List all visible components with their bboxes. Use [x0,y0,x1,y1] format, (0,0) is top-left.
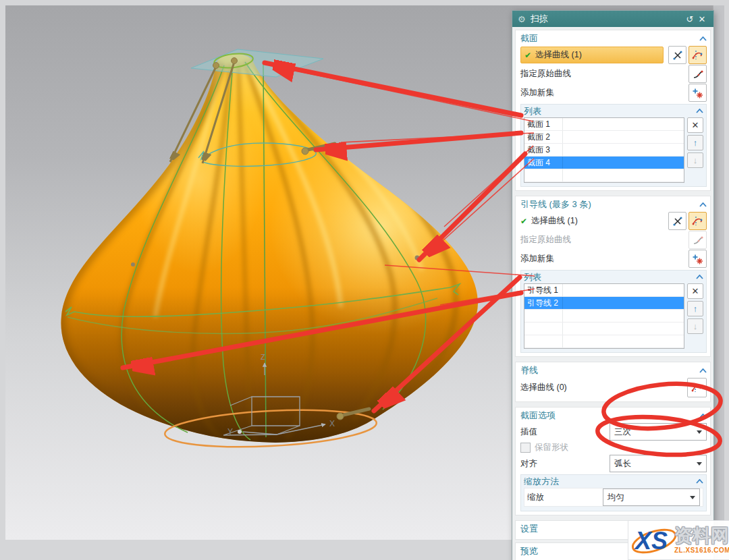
dropdown-caret-icon [697,430,702,434]
preserve-shape-checkbox[interactable] [520,443,531,453]
watermark-site-name: 资料网 [674,527,729,545]
scale-method-group: 缩放方法 缩放 均匀 [520,474,707,511]
curve-rule-button[interactable] [688,46,707,64]
list-item[interactable]: 截面 3 [524,144,684,157]
section-list: 截面 1 截面 2 截面 3 截面 4 [524,117,684,183]
list-item-empty[interactable] [524,323,684,335]
check-icon: ✔ [520,217,527,226]
section-add-new-set-label: 添加新集 [520,87,686,99]
chevron-up-icon [699,202,707,207]
section-list-header[interactable]: 列表 [524,105,703,117]
scale-method-header[interactable]: 缩放方法 [524,476,703,487]
list-item[interactable]: 引导线 1 [524,284,684,297]
specify-origin-curve-button [688,231,707,249]
deselect-curves-button[interactable] [668,212,686,230]
svg-text:XS: XS [634,527,668,555]
x-axis-label: X [329,419,335,428]
list-item-empty[interactable] [524,335,684,348]
section-options-header[interactable]: 截面选项 [520,409,707,422]
dialog-titlebar[interactable]: ⚙ 扫掠 ↺ ✕ [512,11,713,27]
watermark: XS 资料网 ZL.XS1616.COM [628,520,729,560]
guides-add-new-set-label: 添加新集 [520,253,686,264]
watermark-logo: XS [630,522,678,559]
section-panel: 截面 ✔ 选择曲线 (1) 指定原始曲线 [515,30,711,191]
dialog-title: 扫掠 [531,13,684,25]
close-button[interactable]: ✕ [696,14,708,24]
y-axis-label: Y [227,427,233,437]
watermark-url: ZL.XS1616.COM [674,547,729,554]
chevron-up-icon [699,414,707,418]
add-new-set-button[interactable] [688,84,707,102]
spine-select-curve-label[interactable]: 选择曲线 (0) [520,382,685,393]
gear-icon: ⚙ [518,14,526,24]
section-select-curve-field[interactable]: ✔ 选择曲线 (1) [520,47,664,63]
list-item[interactable]: 截面 1 [524,118,684,131]
chevron-up-icon [696,275,703,279]
move-up-button[interactable]: ↑ [687,301,703,316]
guides-header[interactable]: 引导线 (最多 3 条) [520,198,707,211]
move-down-button[interactable]: ↓ [687,152,703,168]
guides-list-group: 列表 引导线 1 引导线 2 ✕ ↑ ↓ [520,270,707,353]
right-scrollbar[interactable] [713,5,724,540]
curve-rule-button[interactable] [687,378,707,397]
alignment-dropdown[interactable]: 弧长 [610,455,707,472]
list-item-selected[interactable]: 截面 4 [524,157,684,169]
list-item-empty[interactable] [524,169,684,182]
remove-item-button[interactable]: ✕ [687,117,703,133]
specify-origin-curve-button[interactable] [688,65,707,83]
chevron-up-icon [699,36,707,41]
guides-list: 引导线 1 引导线 2 [524,283,684,349]
application-window: X Y Z ⚙ 扫掠 ↺ ✕ 截面 ✔ 选择曲线 (1) [0,0,729,560]
list-item[interactable]: 截面 2 [524,131,684,144]
reset-button[interactable]: ↺ [684,14,696,24]
onion-body[interactable] [61,54,493,443]
check-icon: ✔ [524,51,531,60]
scale-dropdown[interactable]: 均匀 [603,488,700,506]
move-up-button[interactable]: ↑ [687,135,703,150]
chevron-up-icon [696,479,703,484]
guides-list-header[interactable]: 列表 [524,271,703,283]
alignment-label: 对齐 [520,458,610,470]
chevron-up-icon [696,109,703,113]
top-sketch-plane[interactable] [191,49,323,77]
guides-specify-origin-label: 指定原始曲线 [520,234,686,246]
scale-label: 缩放 [527,492,603,503]
spine-header[interactable]: 脊线 [520,364,707,377]
spine-panel: 脊线 选择曲线 (0) [515,362,711,402]
add-new-set-button[interactable] [688,250,707,268]
sweep-dialog: ⚙ 扫掠 ↺ ✕ 截面 ✔ 选择曲线 (1) [512,10,714,560]
interpolation-label: 插值 [520,426,610,438]
section-list-group: 列表 截面 1 截面 2 截面 3 截面 4 ✕ ↑ ↓ [520,104,707,187]
move-down-button[interactable]: ↓ [687,318,703,334]
list-item-selected[interactable]: 引导线 2 [524,297,684,310]
guides-select-curve-label[interactable]: 选择曲线 (1) [531,215,666,227]
section-options-panel: 截面选项 插值 三次 保留形状 对齐 弧长 [515,407,711,515]
deselect-curves-button[interactable] [668,46,686,64]
dropdown-caret-icon [697,462,702,466]
chevron-up-icon [699,368,707,373]
z-axis-label: Z [261,353,265,361]
section-header[interactable]: 截面 [520,32,707,45]
preserve-shape-label: 保留形状 [535,442,568,453]
guides-panel: 引导线 (最多 3 条) ✔ 选择曲线 (1) 指定原始曲线 [515,196,711,357]
dropdown-caret-icon [690,496,695,499]
remove-item-button[interactable]: ✕ [687,283,703,299]
curve-rule-button[interactable] [688,212,707,230]
list-item-empty[interactable] [524,310,684,323]
interpolation-dropdown[interactable]: 三次 [610,423,707,441]
section-specify-origin-label: 指定原始曲线 [520,68,686,80]
